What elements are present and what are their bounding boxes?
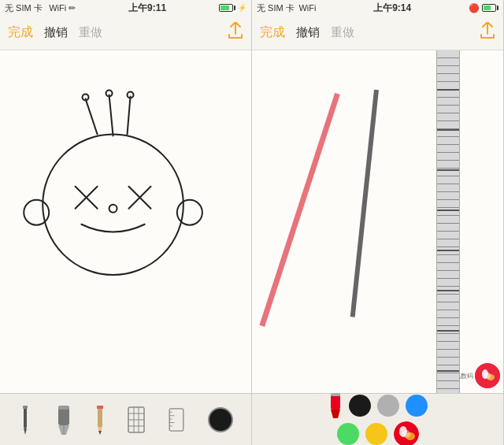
left-panel: 无 SIM 卡 WiFi ✏ 上午9:11 ⚡ 完成 撤销 重做 — [0, 0, 252, 445]
right-bluetooth-icon: 🔴 — [469, 3, 480, 13]
right-bottom-bar — [252, 393, 503, 445]
svg-rect-5 — [58, 406, 69, 410]
svg-marker-1 — [24, 428, 27, 435]
line-dark-gray — [350, 90, 379, 317]
svg-rect-29 — [331, 393, 340, 396]
right-carrier: 无 SIM 卡 — [257, 2, 295, 14]
color-yellow[interactable] — [365, 423, 387, 445]
svg-rect-2 — [23, 406, 28, 409]
marker-tool[interactable] — [55, 405, 72, 435]
right-undo-button[interactable]: 撤销 — [296, 25, 320, 40]
color-selector[interactable] — [208, 407, 233, 432]
right-panel: 无 SIM 卡 WiFi 上午9:14 🔴 完成 撤销 重做 — [252, 0, 504, 445]
svg-marker-28 — [331, 410, 340, 418]
right-status-right: 🔴 — [469, 3, 498, 13]
color-blue[interactable] — [406, 395, 428, 417]
right-battery-fill — [484, 6, 491, 10]
ruler-overlay[interactable] — [436, 50, 460, 393]
left-battery — [219, 4, 235, 12]
svg-point-26 — [484, 373, 491, 379]
right-redo-button[interactable]: 重做 — [331, 25, 354, 40]
left-status-left: 无 SIM 卡 WiFi ✏ — [5, 2, 76, 14]
line-red — [259, 93, 339, 327]
watermark-logo — [475, 363, 500, 388]
right-battery — [482, 4, 498, 12]
right-battery-body — [482, 4, 496, 12]
left-battery-body — [219, 4, 233, 12]
right-done-button[interactable]: 完成 — [260, 24, 285, 41]
pencil-tool[interactable] — [95, 405, 105, 435]
right-battery-tip — [497, 6, 498, 10]
right-time: 上午9:14 — [373, 2, 411, 15]
left-undo-button[interactable]: 撤销 — [44, 25, 68, 40]
left-done-button[interactable]: 完成 — [8, 24, 33, 41]
left-pencil-indicator: ✏ — [69, 3, 76, 13]
color-gray[interactable] — [377, 395, 399, 417]
ruler-long-ticks — [437, 50, 459, 393]
right-wifi-icon: WiFi — [297, 3, 317, 13]
left-lightning-icon: ⚡ — [238, 4, 246, 12]
color-row-bottom — [337, 421, 419, 446]
right-share-button[interactable] — [480, 22, 495, 43]
color-green[interactable] — [337, 423, 359, 445]
right-toolbar: 完成 撤销 重做 — [252, 16, 503, 50]
left-battery-tip — [234, 6, 235, 10]
svg-rect-7 — [98, 406, 102, 427]
color-row-top — [328, 393, 428, 418]
left-bottom-bar — [0, 393, 251, 445]
left-carrier: 无 SIM 卡 — [5, 2, 43, 14]
tencent-logo-button[interactable] — [394, 421, 419, 446]
left-battery-fill — [220, 6, 229, 10]
left-drawing-canvas[interactable] — [0, 50, 251, 393]
left-status-bar: 无 SIM 卡 WiFi ✏ 上午9:11 ⚡ — [0, 0, 251, 16]
marker-tool-right[interactable] — [328, 393, 343, 418]
svg-rect-0 — [24, 406, 27, 428]
left-wifi-icon: WiFi — [45, 3, 67, 13]
svg-rect-10 — [97, 406, 103, 409]
pen-tool[interactable] — [18, 405, 32, 435]
right-canvas-area[interactable]: 腾讯数码 — [252, 50, 503, 393]
color-black[interactable] — [349, 395, 371, 417]
left-toolbar: 完成 撤销 重做 — [0, 16, 251, 50]
right-status-bar: 无 SIM 卡 WiFi 上午9:14 🔴 — [252, 0, 503, 16]
left-canvas-area[interactable] — [0, 50, 251, 393]
left-share-button[interactable] — [228, 22, 243, 43]
svg-marker-9 — [98, 431, 102, 435]
left-redo-button[interactable]: 重做 — [79, 25, 102, 40]
ruler-tool[interactable] — [168, 408, 185, 432]
right-status-left: 无 SIM 卡 WiFi — [257, 2, 316, 14]
left-time: 上午9:11 — [128, 2, 166, 15]
left-status-right: ⚡ — [219, 4, 246, 12]
svg-point-33 — [402, 430, 410, 438]
eraser-tool[interactable] — [128, 406, 145, 433]
active-color-dot[interactable] — [208, 407, 233, 432]
